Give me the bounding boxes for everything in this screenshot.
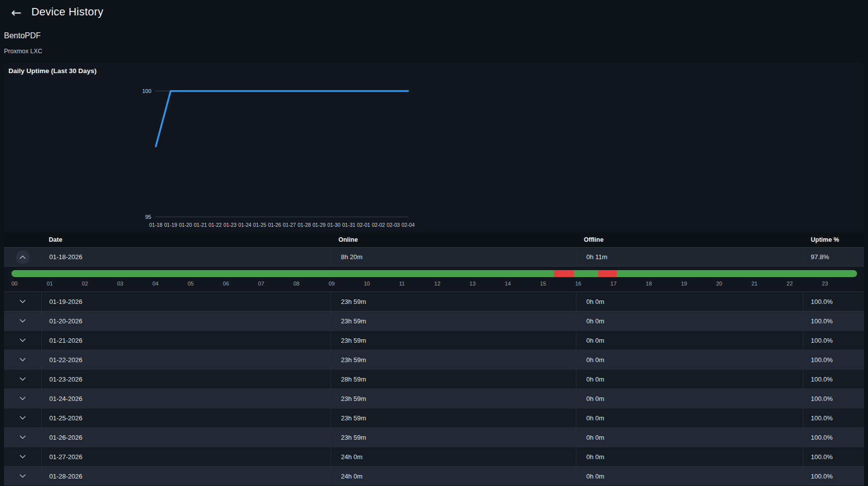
y-axis-tick-label: 95 — [145, 214, 151, 220]
device-type: Proxmox LXC — [4, 48, 42, 55]
cell-offline: 0h 0m — [576, 331, 803, 350]
chevron-down-icon[interactable] — [19, 455, 26, 459]
y-axis-tick-label: 100 — [142, 88, 151, 94]
cell-uptime: 100.0% — [803, 428, 864, 447]
cell-uptime: 100.0% — [803, 408, 864, 427]
hour-label: 12 — [434, 281, 470, 287]
hour-label: 11 — [399, 281, 434, 287]
table-row[interactable]: 01-21-2026 23h 59m 0h 0m 100.0% — [4, 330, 864, 350]
back-arrow-icon: ← — [11, 5, 22, 20]
table-row[interactable]: 01-25-2026 23h 59m 0h 0m 100.0% — [4, 408, 864, 427]
hour-label: 22 — [787, 281, 822, 287]
row-toggle-cell — [4, 428, 41, 447]
table-row-expanded[interactable]: 01-18-2026 8h 20m 0h 11m 97.8% — [4, 247, 864, 267]
chevron-down-icon[interactable] — [19, 319, 26, 323]
hour-label: 23 — [822, 281, 857, 287]
table-row[interactable]: 01-26-2026 23h 59m 0h 0m 100.0% — [4, 427, 864, 447]
cell-online: 23h 59m — [330, 428, 576, 447]
x-axis-tick-label: 01-23 — [223, 222, 237, 228]
hour-label: 01 — [47, 281, 82, 287]
hour-label: 09 — [328, 281, 364, 287]
cell-offline: 0h 11m — [576, 248, 803, 266]
cell-date: 01-28-2026 — [41, 467, 330, 486]
chevron-down-icon[interactable] — [19, 338, 26, 342]
hour-label: 07 — [258, 281, 294, 287]
table-row[interactable]: 01-23-2026 28h 59m 0h 0m 100.0% — [4, 369, 864, 389]
panel-title: Daily Uptime (Last 30 Days) — [8, 67, 97, 75]
cell-offline: 0h 0m — [576, 467, 803, 486]
row-toggle-cell — [4, 467, 41, 486]
hour-label: 00 — [11, 281, 47, 287]
table-row[interactable]: 01-20-2026 23h 59m 0h 0m 100.0% — [4, 311, 864, 330]
cell-uptime: 100.0% — [803, 370, 864, 389]
cell-online: 8h 20m — [330, 248, 576, 266]
row-toggle-cell — [4, 331, 41, 350]
hour-label: 18 — [646, 281, 681, 287]
cell-online: 23h 59m — [330, 311, 576, 330]
x-axis-tick-label: 01-20 — [179, 222, 192, 228]
table-row[interactable]: 01-27-2026 24h 0m 0h 0m 100.0% — [4, 447, 864, 466]
x-axis-tick-label: 01-30 — [327, 222, 341, 228]
row-toggle-cell — [4, 408, 41, 427]
table-row[interactable]: 01-19-2026 23h 59m 0h 0m 100.0% — [4, 292, 864, 311]
hour-label: 06 — [223, 281, 258, 287]
cell-offline: 0h 0m — [576, 408, 803, 427]
cell-offline: 0h 0m — [576, 447, 803, 466]
cell-online: 23h 59m — [330, 292, 576, 311]
cell-online: 23h 59m — [330, 408, 576, 427]
x-axis-tick-label: 01-25 — [253, 222, 267, 228]
cell-date: 01-24-2026 — [41, 389, 330, 408]
cell-online: 28h 59m — [330, 370, 576, 389]
cell-date: 01-27-2026 — [41, 447, 330, 466]
hour-label: 15 — [540, 281, 575, 287]
table-row[interactable]: 01-28-2026 24h 0m 0h 0m 100.0% — [4, 466, 864, 486]
cell-date: 01-19-2026 — [41, 292, 330, 311]
cell-uptime: 100.0% — [803, 331, 864, 350]
hour-label: 13 — [469, 281, 505, 287]
x-axis-tick-label: 02-04 — [402, 222, 415, 228]
cell-uptime: 100.0% — [803, 350, 864, 369]
cell-online: 23h 59m — [330, 389, 576, 408]
chevron-down-icon[interactable] — [19, 435, 26, 439]
cell-online: 24h 0m — [330, 467, 576, 486]
hour-label: 21 — [752, 281, 787, 287]
table-header: Date Online Offline Uptime % — [4, 232, 864, 247]
collapse-row-button[interactable] — [16, 250, 30, 264]
device-name: BentoPDF — [4, 31, 41, 40]
hour-label: 14 — [505, 281, 540, 287]
cell-date: 01-20-2026 — [41, 311, 330, 330]
cell-offline: 0h 0m — [576, 350, 803, 369]
chevron-down-icon[interactable] — [19, 416, 26, 420]
cell-online: 24h 0m — [330, 447, 576, 466]
hour-label: 08 — [293, 281, 328, 287]
cell-online: 23h 59m — [330, 350, 576, 369]
cell-date: 01-22-2026 — [41, 350, 330, 369]
hour-label: 17 — [611, 281, 646, 287]
back-button[interactable]: ← — [8, 4, 25, 21]
chevron-down-icon[interactable] — [19, 396, 26, 400]
hour-label: 03 — [117, 281, 152, 287]
hour-label: 05 — [188, 281, 223, 287]
cell-offline: 0h 0m — [576, 389, 803, 408]
x-axis-tick-label: 01-19 — [164, 222, 178, 228]
chevron-down-icon[interactable] — [19, 299, 26, 303]
hour-label: 16 — [575, 281, 611, 287]
cell-uptime: 97.8% — [803, 248, 864, 266]
hour-label: 04 — [152, 281, 188, 287]
chevron-up-icon — [19, 255, 26, 259]
chevron-down-icon[interactable] — [19, 377, 26, 381]
cell-online: 23h 59m — [330, 331, 576, 350]
cell-offline: 0h 0m — [576, 428, 803, 447]
hour-labels: 0001020304050607080910111213141516171819… — [11, 281, 857, 287]
table-row[interactable]: 01-22-2026 23h 59m 0h 0m 100.0% — [4, 350, 864, 369]
cell-offline: 0h 0m — [576, 370, 803, 389]
table-row[interactable]: 01-24-2026 23h 59m 0h 0m 100.0% — [4, 389, 864, 408]
hour-label: 10 — [364, 281, 399, 287]
x-axis-tick-label: 01-26 — [268, 222, 281, 228]
cell-uptime: 100.0% — [803, 389, 864, 408]
chevron-down-icon[interactable] — [19, 474, 26, 478]
chevron-down-icon[interactable] — [19, 358, 26, 362]
row-toggle-cell — [4, 292, 41, 311]
x-axis-tick-label: 02-02 — [372, 222, 385, 228]
page-title: Device History — [31, 5, 104, 18]
